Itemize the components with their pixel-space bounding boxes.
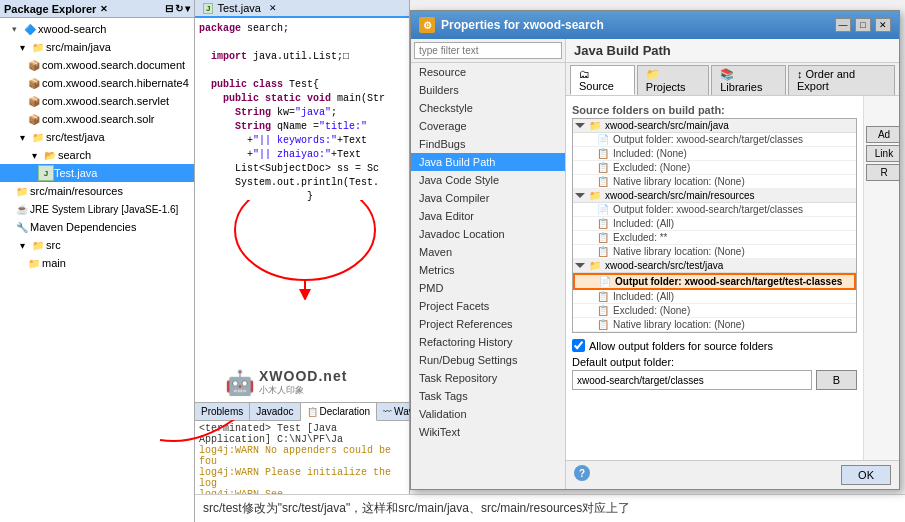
menu-task-repository[interactable]: Task Repository bbox=[411, 369, 565, 387]
filter-input[interactable] bbox=[414, 42, 562, 59]
dialog-left-panel: Resource Builders Checkstyle Coverage Fi… bbox=[411, 39, 566, 489]
menu-java-build-path[interactable]: Java Build Path bbox=[411, 153, 565, 171]
code-line-6: public static void main(Str bbox=[199, 92, 405, 106]
dialog-main-content: Source folders on build path: 📁 xwood-se… bbox=[566, 96, 863, 460]
menu-project-references[interactable]: Project References bbox=[411, 315, 565, 333]
tree-item-src-main-resources[interactable]: 📁 src/main/resources bbox=[0, 182, 194, 200]
close-icon[interactable]: ✕ bbox=[100, 4, 108, 14]
menu-builders[interactable]: Builders bbox=[411, 81, 565, 99]
tree-item-maven[interactable]: 🔧 Maven Dependencies bbox=[0, 218, 194, 236]
minimize-button[interactable]: — bbox=[835, 18, 851, 32]
expand-src-main: ▾ bbox=[14, 39, 30, 55]
nat-icon-1: 📋 bbox=[597, 176, 609, 187]
allow-output-label: Allow output folders for source folders bbox=[589, 340, 773, 352]
dialog-header: ⚙ Properties for xwood-search — □ ✕ bbox=[411, 11, 899, 39]
menu-coverage[interactable]: Coverage bbox=[411, 117, 565, 135]
menu-wikitext[interactable]: WikiText bbox=[411, 423, 565, 441]
menu-java-editor[interactable]: Java Editor bbox=[411, 207, 565, 225]
src-main-java-native: 📋 Native library location: (None) bbox=[573, 175, 856, 189]
menu-run-debug[interactable]: Run/Debug Settings bbox=[411, 351, 565, 369]
menu-resource[interactable]: Resource bbox=[411, 63, 565, 81]
pkg-icon-doc: 📦 bbox=[26, 57, 42, 73]
tab-javadoc[interactable]: Javadoc bbox=[250, 403, 300, 420]
default-folder-input[interactable] bbox=[572, 370, 812, 390]
tree-item-src-main-java[interactable]: ▾ 📁 src/main/java bbox=[0, 38, 194, 56]
tree-item-xwood-search[interactable]: ▾ 🔷 xwood-search bbox=[0, 20, 194, 38]
source-entry-main-resources: 📁 xwood-search/src/main/resources 📄 Outp… bbox=[573, 189, 856, 259]
tab-declaration[interactable]: 📋 Declaration bbox=[301, 403, 378, 421]
tree-label-src-test: src/test/java bbox=[46, 131, 105, 143]
browse-button[interactable]: B bbox=[816, 370, 857, 390]
remove-button[interactable]: R bbox=[866, 164, 899, 181]
editor-close-icon[interactable]: ✕ bbox=[269, 3, 277, 13]
menu-icon[interactable]: ▾ bbox=[185, 3, 190, 14]
menu-project-facets[interactable]: Project Facets bbox=[411, 297, 565, 315]
console-line-1: <terminated> Test [Java Application] C:\… bbox=[199, 423, 405, 445]
tab-projects[interactable]: 📁 Projects bbox=[637, 65, 709, 95]
editor-tab[interactable]: J Test.java ✕ bbox=[195, 0, 409, 18]
expand-src-main-resources bbox=[575, 193, 585, 198]
src-test-label: xwood-search/src/test/java bbox=[605, 260, 723, 271]
panel-header-title: Package Explorer ✕ bbox=[4, 3, 108, 15]
tree-item-jre[interactable]: ☕ JRE System Library [JavaSE-1.6] bbox=[0, 200, 194, 218]
menu-javadoc-location[interactable]: Javadoc Location bbox=[411, 225, 565, 243]
allow-output-checkbox[interactable] bbox=[572, 339, 585, 352]
tree-label-main: main bbox=[42, 257, 66, 269]
menu-validation[interactable]: Validation bbox=[411, 405, 565, 423]
tab-libraries[interactable]: 📚 Libraries bbox=[711, 65, 786, 95]
src-res-output: 📄 Output folder: xwood-search/target/cla… bbox=[573, 203, 856, 217]
menu-checkstyle[interactable]: Checkstyle bbox=[411, 99, 565, 117]
dialog-right-panel: Java Build Path 🗂 Source 📁 Projects 📚 Li… bbox=[566, 39, 899, 489]
src-main-resources-header[interactable]: 📁 xwood-search/src/main/resources bbox=[573, 189, 856, 203]
tree-item-servlet[interactable]: 📦 com.xwood.search.servlet bbox=[0, 92, 194, 110]
src-test-java-header[interactable]: 📁 xwood-search/src/test/java bbox=[573, 259, 856, 273]
editor-content[interactable]: package search; import java.util.List;□ … bbox=[195, 18, 409, 402]
inc-icon-3: 📋 bbox=[597, 291, 609, 302]
tree-item-main[interactable]: 📁 main bbox=[0, 254, 194, 272]
add-folder-button[interactable]: Ad bbox=[866, 126, 899, 143]
menu-task-tags[interactable]: Task Tags bbox=[411, 387, 565, 405]
dialog-right-title: Java Build Path bbox=[566, 39, 899, 63]
tree-item-hibernate4[interactable]: 📦 com.xwood.search.hibernate4 bbox=[0, 74, 194, 92]
menu-java-compiler[interactable]: Java Compiler bbox=[411, 189, 565, 207]
watermark-brand: XWOOD.net bbox=[259, 368, 347, 384]
collapse-icon[interactable]: ⊟ bbox=[165, 3, 173, 14]
dialog-content-area: Source folders on build path: 📁 xwood-se… bbox=[566, 96, 899, 460]
nat-icon-3: 📋 bbox=[597, 319, 609, 330]
tree-item-solr[interactable]: 📦 com.xwood.search.solr bbox=[0, 110, 194, 128]
tab-order-export[interactable]: ↕ Order and Export bbox=[788, 65, 895, 95]
sync-icon[interactable]: ↻ bbox=[175, 3, 183, 14]
tree-item-document[interactable]: 📦 com.xwood.search.document bbox=[0, 56, 194, 74]
menu-findbugs[interactable]: FindBugs bbox=[411, 135, 565, 153]
tab-problems[interactable]: Problems bbox=[195, 403, 250, 420]
menu-java-code-style[interactable]: Java Code Style bbox=[411, 171, 565, 189]
menu-maven[interactable]: Maven bbox=[411, 243, 565, 261]
pkg-icon-servlet: 📦 bbox=[26, 93, 42, 109]
menu-metrics[interactable]: Metrics bbox=[411, 261, 565, 279]
menu-pmd[interactable]: PMD bbox=[411, 279, 565, 297]
close-dialog-button[interactable]: ✕ bbox=[875, 18, 891, 32]
help-icon[interactable]: ? bbox=[574, 465, 590, 481]
code-line-5: public class Test{ bbox=[199, 78, 405, 92]
tree-item-src[interactable]: ▾ 📁 src bbox=[0, 236, 194, 254]
tree-item-testjava[interactable]: J Test.java bbox=[0, 164, 194, 182]
tab-source[interactable]: 🗂 Source bbox=[570, 65, 635, 95]
expand-src: ▾ bbox=[14, 237, 30, 253]
dialog-gear-icon: ⚙ bbox=[419, 17, 435, 33]
link-button[interactable]: Link bbox=[866, 145, 899, 162]
menu-refactoring-history[interactable]: Refactoring History bbox=[411, 333, 565, 351]
tree-label-solr: com.xwood.search.solr bbox=[42, 113, 155, 125]
tree-item-src-test-java[interactable]: ▾ 📁 src/test/java bbox=[0, 128, 194, 146]
default-folder-row: Default output folder: bbox=[572, 356, 857, 368]
dialog-tabs: 🗂 Source 📁 Projects 📚 Libraries ↕ Order … bbox=[566, 63, 899, 96]
ok-button[interactable]: OK bbox=[841, 465, 891, 485]
tree-label-src: src bbox=[46, 239, 61, 251]
tree-item-search-folder[interactable]: ▾ 📂 search bbox=[0, 146, 194, 164]
project-icon: 🔷 bbox=[22, 21, 38, 37]
src-main-java-label: xwood-search/src/main/java bbox=[605, 120, 729, 131]
maximize-button[interactable]: □ bbox=[855, 18, 871, 32]
src-main-java-header[interactable]: 📁 xwood-search/src/main/java bbox=[573, 119, 856, 133]
source-entry-test-java: 📁 xwood-search/src/test/java 📄 Output fo… bbox=[573, 259, 856, 332]
src-test-icon: 📁 bbox=[589, 260, 601, 271]
code-line-2 bbox=[199, 36, 405, 50]
